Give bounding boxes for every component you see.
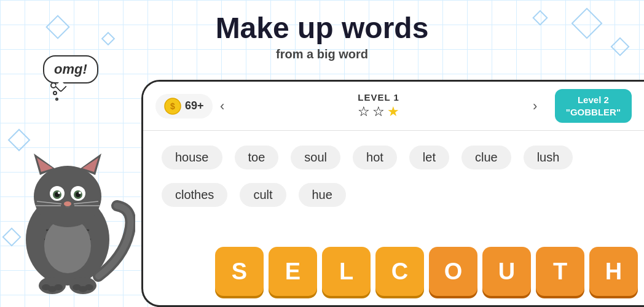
tile-S[interactable]: S	[215, 247, 264, 296]
words-area: house toe soul hot let clue lush clothes…	[143, 131, 644, 222]
star-3: ★	[387, 104, 399, 120]
tile-T[interactable]: T	[536, 247, 584, 296]
speech-bubble: omg!	[43, 55, 98, 84]
bubble-dot-2	[53, 91, 57, 95]
word-lush[interactable]: lush	[524, 146, 573, 169]
next-level-line1: Level 2	[566, 94, 621, 106]
next-level-arrow[interactable]: ›	[525, 96, 545, 116]
word-house[interactable]: house	[162, 146, 222, 169]
tile-U[interactable]: U	[482, 247, 531, 296]
cat-svg	[0, 98, 135, 307]
svg-point-15	[58, 192, 60, 194]
main-subtitle: from a big word	[0, 47, 644, 61]
word-hot[interactable]: hot	[353, 146, 397, 169]
word-hue[interactable]: hue	[299, 183, 346, 207]
svg-text:$: $	[170, 101, 175, 111]
tiles-row: S E L C O U T H	[215, 247, 638, 296]
bubble-dot-3	[55, 98, 58, 101]
svg-point-26	[54, 284, 63, 290]
bubble-dots	[50, 82, 58, 101]
bubble-dot-1	[50, 82, 57, 88]
svg-point-17	[64, 201, 71, 206]
svg-point-16	[79, 192, 81, 194]
star-1: ☆	[358, 104, 370, 120]
header: Make up words from a big word	[0, 12, 644, 61]
word-let[interactable]: let	[409, 146, 449, 169]
tile-E[interactable]: E	[269, 247, 317, 296]
stars-row: ☆ ☆ ★	[358, 104, 399, 120]
coin-badge: $ 69+	[155, 94, 213, 119]
tile-C[interactable]: C	[375, 247, 424, 296]
next-level-line2: "GOBBLER"	[566, 106, 621, 119]
speech-text: omg!	[54, 61, 87, 77]
tile-L[interactable]: L	[322, 247, 371, 296]
prev-level-arrow[interactable]: ‹	[213, 96, 232, 116]
word-clothes[interactable]: clothes	[162, 183, 227, 207]
tile-O[interactable]: O	[429, 247, 477, 296]
coin-amount: 69+	[185, 99, 204, 112]
tile-H[interactable]: H	[589, 247, 638, 296]
star-2: ☆	[372, 104, 385, 120]
level-info: LEVEL 1 ☆ ☆ ★	[232, 92, 525, 120]
next-level-button[interactable]: Level 2 "GOBBLER"	[555, 89, 632, 123]
cat-character	[0, 98, 141, 307]
main-title: Make up words	[0, 12, 644, 45]
word-soul[interactable]: soul	[291, 146, 340, 169]
word-cult[interactable]: cult	[240, 183, 286, 207]
level-label: LEVEL 1	[358, 92, 399, 103]
svg-point-4	[34, 166, 101, 227]
svg-point-29	[85, 284, 93, 290]
word-toe[interactable]: toe	[235, 146, 279, 169]
coin-icon: $	[164, 98, 181, 115]
panel-topbar: $ 69+ ‹ LEVEL 1 ☆ ☆ ★ › Level 2 "GOBBLER…	[143, 82, 644, 131]
word-clue[interactable]: clue	[461, 146, 511, 169]
